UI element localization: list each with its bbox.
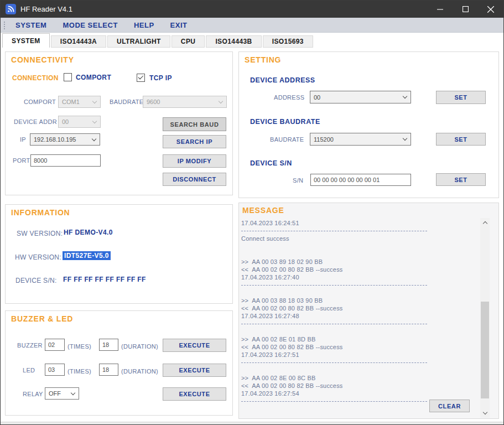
led-label: LED (23, 367, 35, 374)
ip-label: IP (20, 136, 26, 143)
tab-strip: SYSTEMISO14443AULTRALIGHTCPUISO14443BISO… (1, 33, 503, 48)
clear-button[interactable]: CLEAR (429, 400, 470, 412)
buzzer-duration-input[interactable] (99, 339, 118, 351)
minimize-icon (437, 6, 443, 12)
message-line: 17.04.2023 16:24:51 (241, 219, 478, 227)
scrollbar-up-button[interactable] (480, 218, 490, 227)
setting-panel: SETTING DEVICE ADDRESS ADDRESS 00 SET DE… (238, 51, 499, 198)
message-separator (241, 359, 478, 366)
search-ip-button[interactable]: SEARCH IP (163, 135, 226, 148)
message-panel: MESSAGE 17.04.2023 16:24:51Connect succe… (238, 203, 499, 419)
device-sn-heading: DEVICE S/N (250, 159, 292, 167)
address-label: ADDRESS (274, 94, 304, 101)
scrollbar-track[interactable] (480, 218, 490, 418)
tab-cpu[interactable]: CPU (172, 35, 205, 48)
message-line (241, 242, 478, 250)
app-window: HF Reader V4.1 SYSTEMMODE SELECTHELPEXIT… (0, 0, 504, 425)
tab-iso14443a[interactable]: ISO14443A (51, 35, 106, 48)
tcpip-checkbox-label: TCP IP (149, 74, 172, 82)
led-duration-input[interactable] (99, 364, 118, 376)
comport-checkbox[interactable] (64, 73, 72, 81)
chevron-down-icon (92, 137, 96, 141)
message-line (241, 328, 478, 335)
tab-ultralight[interactable]: ULTRALIGHT (107, 35, 170, 48)
disconnect-button[interactable]: DISCONNECT (163, 173, 226, 186)
sn-input[interactable] (310, 174, 411, 186)
led-duration-label: (DURATION) (121, 368, 158, 375)
scrollbar-thumb[interactable] (481, 302, 489, 398)
tcpip-checkbox[interactable] (137, 74, 145, 82)
device-baudrate-heading: DEVICE BAUDRATE (250, 118, 320, 126)
sn-set-button[interactable]: SET (436, 173, 486, 186)
window-title: HF Reader V4.1 (20, 5, 72, 13)
baudrate-select[interactable]: 9600 (143, 96, 227, 108)
tab-iso15693[interactable]: ISO15693 (263, 35, 313, 48)
relay-label: RELAY (23, 391, 43, 397)
message-separator (241, 320, 478, 328)
menu-item-help[interactable]: HELP (134, 21, 154, 29)
setting-title: SETTING (245, 55, 281, 64)
device-addr-label: DEVICE ADDR (14, 118, 57, 125)
comport-select[interactable]: COM1 (58, 96, 101, 108)
message-line: >> AA 00 02 8E 01 8D BB (241, 335, 478, 343)
message-line: >> AA 00 02 8E 00 8C BB (241, 374, 478, 382)
tab-system[interactable]: SYSTEM (2, 33, 50, 48)
menu-item-mode-select[interactable]: MODE SELECT (63, 21, 117, 29)
chevron-down-icon (71, 391, 75, 395)
led-times-input[interactable] (45, 364, 65, 376)
hw-version-label: HW VERSION: (15, 253, 61, 261)
buzzer-label: BUZZER (17, 342, 43, 349)
baudrate-set-button[interactable]: SET (436, 133, 486, 146)
ip-modify-button[interactable]: IP MODIFY (163, 154, 226, 168)
device-addr-select[interactable]: 00 (58, 116, 101, 128)
ip-select[interactable]: 192.168.10.195 (30, 133, 100, 146)
hw-version-value: IDT527E-V5.0 (63, 251, 111, 260)
message-line: 17.04.2023 16:27:54 (241, 390, 478, 397)
close-button[interactable] (478, 1, 503, 18)
message-line: << AA 00 02 00 80 82 BB --success (241, 304, 478, 312)
message-line: << AA 00 02 00 80 82 BB --success (241, 382, 478, 390)
address-value: 00 (314, 94, 320, 101)
message-line: 17.04.2023 16:27:40 (241, 273, 478, 281)
message-log: 17.04.2023 16:24:51Connect success>> AA … (241, 219, 478, 405)
message-line (241, 366, 478, 374)
message-line: Connect success (241, 235, 478, 242)
baudrate-value: 9600 (147, 99, 160, 105)
address-select[interactable]: 00 (310, 91, 411, 103)
toolbar-grip-icon[interactable] (4, 22, 5, 29)
address-set-button[interactable]: SET (436, 91, 486, 104)
chevron-down-icon (403, 136, 407, 141)
port-input[interactable] (30, 154, 101, 167)
menu-item-exit[interactable]: EXIT (170, 21, 188, 29)
buzzer-led-panel: BUZZER & LED BUZZER (TIMES) (DURATION) E… (5, 310, 233, 416)
information-panel: INFORMATION SW VERSION: HF DEMO-V4.0 HW … (5, 204, 233, 304)
ip-value: 192.168.10.195 (34, 136, 76, 143)
close-icon (487, 6, 494, 13)
device-addr-value: 00 (62, 118, 69, 125)
buzzer-led-title: BUZZER & LED (11, 314, 73, 323)
window-controls (427, 1, 503, 18)
maximize-button[interactable] (453, 1, 478, 18)
maximize-icon (463, 6, 469, 12)
chevron-down-icon (219, 99, 223, 103)
relay-select[interactable]: OFF (45, 387, 79, 400)
setting-baudrate-select[interactable]: 115200 (310, 133, 411, 146)
comport-checkbox-label: COMPORT (76, 74, 111, 81)
device-sn-value: FF FF FF FF FF FF FF FF (63, 276, 146, 283)
tab-iso14443b[interactable]: ISO14443B (206, 35, 261, 48)
menu-item-system[interactable]: SYSTEM (15, 21, 46, 29)
scrollbar-down-button[interactable] (480, 408, 490, 418)
search-baud-button[interactable]: SEARCH BAUD (163, 117, 226, 131)
buzzer-times-input[interactable] (45, 339, 65, 351)
message-separator (241, 281, 478, 289)
buzzer-execute-button[interactable]: EXECUTE (163, 339, 226, 352)
chevron-down-icon (482, 410, 487, 414)
relay-execute-button[interactable]: EXECUTE (163, 387, 226, 401)
chevron-down-icon (92, 119, 97, 123)
message-line: >> AA 00 03 89 18 02 90 BB (241, 258, 478, 266)
chevron-down-icon (403, 94, 407, 99)
minimize-button[interactable] (427, 1, 453, 18)
comport-value: COM1 (62, 99, 80, 105)
led-execute-button[interactable]: EXECUTE (163, 364, 226, 377)
message-line: >> AA 00 03 88 18 03 90 BB (241, 297, 478, 304)
